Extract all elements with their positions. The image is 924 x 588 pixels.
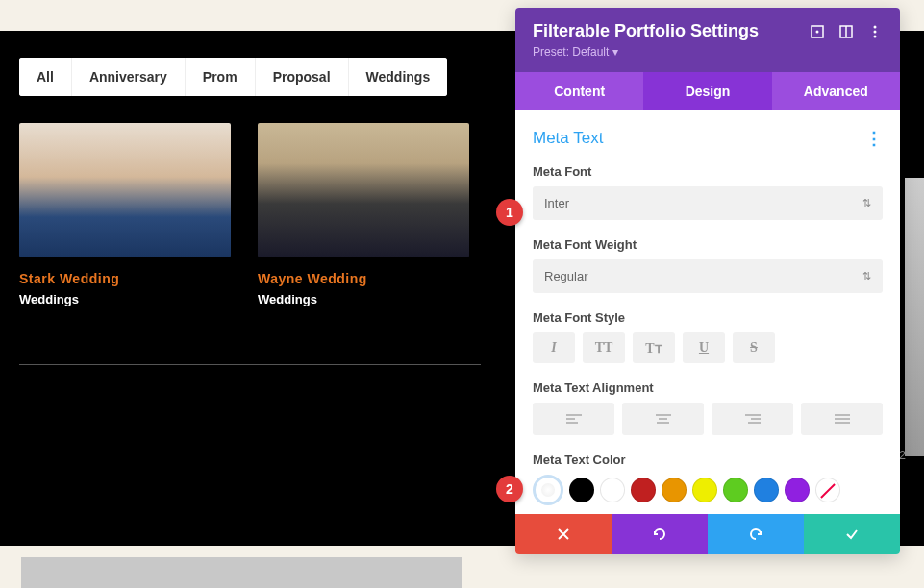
align-label: Meta Text Alignment — [533, 380, 883, 395]
tabs: Content Design Advanced — [515, 72, 900, 110]
placeholder-box — [21, 557, 462, 588]
font-value: Inter — [544, 196, 569, 210]
portfolio-image[interactable] — [258, 123, 469, 257]
section-title[interactable]: Meta Text — [533, 129, 603, 148]
side-image — [905, 178, 924, 456]
color-swatch-orange[interactable] — [662, 478, 687, 502]
smallcaps-button[interactable]: Tᴛ — [633, 332, 675, 363]
color-swatch-none[interactable] — [815, 478, 840, 502]
underline-button[interactable]: U — [683, 332, 725, 363]
more-icon[interactable] — [867, 24, 883, 39]
filter-tab-proposal[interactable]: Proposal — [256, 58, 349, 96]
portfolio-item[interactable]: Wayne Wedding Weddings — [258, 123, 469, 306]
color-swatch-purple[interactable] — [785, 478, 810, 502]
filter-tab-prom[interactable]: Prom — [186, 58, 256, 96]
callout-badge-1: 1 — [496, 199, 523, 226]
portfolio-item[interactable]: Stark Wedding Weddings — [19, 123, 231, 306]
save-button[interactable] — [804, 514, 900, 554]
chevron-updown-icon: ⇅ — [862, 270, 871, 282]
color-swatch-white[interactable] — [600, 478, 625, 502]
portfolio-category: Weddings — [19, 292, 231, 306]
italic-button[interactable]: I — [533, 332, 575, 363]
page-number: 2 — [899, 449, 906, 462]
svg-point-5 — [874, 30, 877, 33]
settings-panel: Filterable Portfolio Settings Preset: De… — [515, 8, 900, 554]
panel-title: Filterable Portfolio Settings — [533, 21, 759, 41]
color-swatch-black[interactable] — [569, 478, 594, 502]
portfolio-title: Wayne Wedding — [258, 271, 469, 286]
color-swatch-blue[interactable] — [754, 478, 779, 502]
align-right-button[interactable] — [712, 403, 793, 435]
color-picker-button[interactable] — [533, 475, 563, 505]
style-label: Meta Font Style — [533, 310, 883, 325]
strikethrough-button[interactable]: S — [733, 332, 775, 363]
portfolio-category: Weddings — [258, 292, 469, 306]
color-label: Meta Text Color — [533, 453, 883, 467]
filter-tab-all[interactable]: All — [19, 58, 72, 96]
font-select[interactable]: Inter ⇅ — [533, 186, 883, 220]
align-center-button[interactable] — [622, 403, 704, 435]
svg-point-4 — [874, 25, 877, 28]
color-swatch-yellow[interactable] — [692, 478, 717, 502]
section-menu-icon[interactable]: ⋮ — [865, 128, 883, 149]
color-swatch-darkred[interactable] — [631, 478, 656, 502]
portfolio-title: Stark Wedding — [19, 271, 231, 286]
color-swatch-green[interactable] — [723, 478, 748, 502]
undo-button[interactable] — [612, 514, 708, 554]
focus-icon[interactable] — [810, 24, 825, 39]
preset-label[interactable]: Preset: Default ▾ — [533, 45, 883, 59]
weight-value: Regular — [544, 269, 588, 283]
callout-badge-2: 2 — [496, 476, 523, 502]
tab-design[interactable]: Design — [643, 72, 771, 110]
cancel-button[interactable] — [515, 514, 612, 554]
filter-tab-weddings[interactable]: Weddings — [349, 58, 448, 96]
weight-label: Meta Font Weight — [533, 237, 883, 252]
font-label: Meta Font — [533, 164, 883, 179]
panel-body: Meta Text ⋮ Meta Font Inter ⇅ Meta Font … — [515, 110, 900, 514]
tab-advanced[interactable]: Advanced — [772, 72, 900, 110]
weight-select[interactable]: Regular ⇅ — [533, 259, 883, 293]
action-bar — [515, 514, 900, 554]
filter-tabs: All Anniversary Prom Proposal Weddings — [19, 58, 447, 96]
redo-button[interactable] — [708, 514, 804, 554]
svg-point-6 — [874, 35, 877, 37]
panel-header: Filterable Portfolio Settings Preset: De… — [515, 8, 900, 72]
align-justify-button[interactable] — [801, 403, 883, 435]
portfolio-image[interactable] — [19, 123, 231, 257]
filter-tab-anniversary[interactable]: Anniversary — [72, 58, 186, 96]
align-left-button[interactable] — [533, 403, 614, 435]
tab-content[interactable]: Content — [515, 72, 643, 110]
uppercase-button[interactable]: TT — [583, 332, 625, 363]
chevron-updown-icon: ⇅ — [862, 197, 871, 209]
svg-point-1 — [816, 30, 819, 33]
columns-icon[interactable] — [838, 24, 854, 39]
divider — [19, 364, 481, 365]
